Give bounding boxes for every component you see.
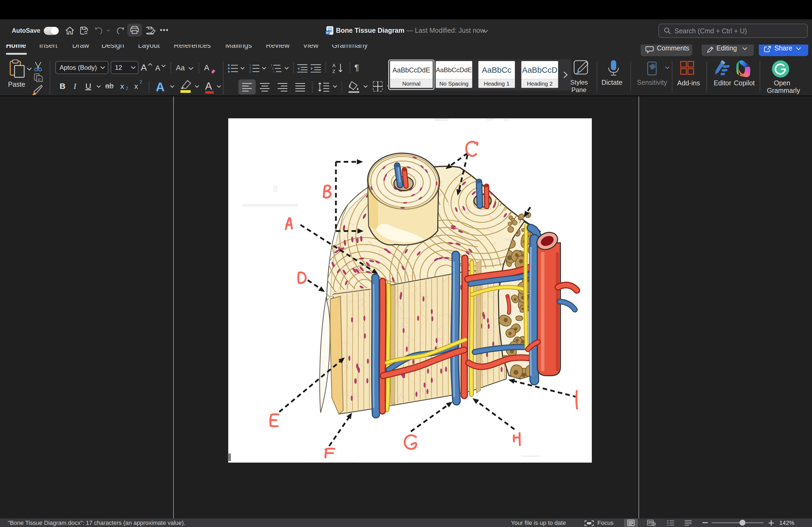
- svg-text:A: A: [156, 80, 164, 93]
- svg-text:a: a: [272, 67, 274, 70]
- svg-text:A: A: [205, 80, 212, 92]
- svg-text:3: 3: [249, 70, 251, 73]
- svg-text:2: 2: [249, 67, 251, 70]
- svg-text:W: W: [326, 31, 329, 34]
- svg-text:A: A: [332, 63, 336, 68]
- svg-text:1: 1: [249, 64, 251, 67]
- svg-text:Z: Z: [332, 69, 335, 74]
- svg-text:i: i: [273, 70, 274, 73]
- svg-text:1: 1: [271, 64, 272, 67]
